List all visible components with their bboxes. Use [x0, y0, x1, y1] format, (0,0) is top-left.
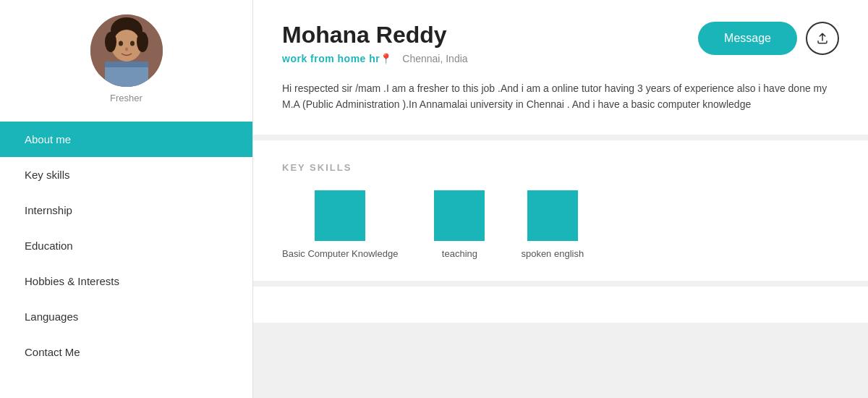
sidebar-item-hobbies[interactable]: Hobbies & Interests: [0, 263, 252, 299]
share-button[interactable]: [806, 22, 839, 55]
profile-name: Mohana Reddy: [282, 22, 468, 48]
avatar-container: Fresher: [90, 14, 163, 103]
skill-box-english: [527, 190, 578, 241]
svg-point-8: [125, 48, 128, 51]
profile-bio: Hi respected sir /mam .I am a fresher to…: [282, 80, 839, 113]
sidebar-item-key-skills[interactable]: Key skills: [0, 157, 252, 192]
profile-actions: Message: [698, 22, 839, 55]
message-button[interactable]: Message: [698, 22, 797, 55]
skill-item-teaching: teaching: [434, 190, 485, 259]
svg-point-7: [130, 41, 135, 46]
skill-item-english: spoken english: [521, 190, 584, 259]
svg-point-5: [137, 32, 148, 52]
location-icon: 📍: [380, 53, 392, 64]
profile-location: Chennai, India: [402, 53, 467, 64]
sidebar: Fresher About me Key skills Internship E…: [0, 0, 253, 398]
svg-rect-10: [105, 62, 148, 67]
skills-section: KEY SKILLS Basic Computer Knowledge teac…: [253, 140, 868, 281]
profile-section: Mohana Reddy work from home hr 📍 Chennai…: [253, 0, 868, 135]
svg-point-6: [119, 41, 123, 46]
skills-section-title: KEY SKILLS: [282, 162, 839, 173]
fresher-label: Fresher: [110, 93, 142, 103]
sidebar-item-languages[interactable]: Languages: [0, 299, 252, 334]
avatar: [90, 14, 163, 87]
skill-item-computer: Basic Computer Knowledge: [282, 190, 398, 259]
bottom-strip: [253, 287, 868, 323]
skills-grid: Basic Computer Knowledge teaching spoken…: [282, 190, 839, 259]
sidebar-item-internship[interactable]: Internship: [0, 192, 252, 228]
sidebar-item-about-me[interactable]: About me: [0, 122, 252, 157]
profile-title: work from home hr: [282, 53, 380, 64]
share-icon: [816, 32, 829, 45]
profile-header: Mohana Reddy work from home hr 📍 Chennai…: [282, 22, 839, 64]
nav-menu: About me Key skills Internship Education…: [0, 122, 252, 370]
sidebar-item-contact[interactable]: Contact Me: [0, 334, 252, 370]
profile-info: Mohana Reddy work from home hr 📍 Chennai…: [282, 22, 468, 64]
sidebar-item-education[interactable]: Education: [0, 228, 252, 263]
skill-box-computer: [315, 190, 365, 241]
location-row: work from home hr 📍 Chennai, India: [282, 53, 468, 64]
skill-label-computer: Basic Computer Knowledge: [282, 248, 398, 259]
skill-label-english: spoken english: [521, 248, 584, 259]
svg-point-4: [105, 32, 116, 52]
main-content: Mohana Reddy work from home hr 📍 Chennai…: [253, 0, 868, 398]
skill-box-teaching: [434, 190, 485, 241]
skill-label-teaching: teaching: [442, 248, 477, 259]
